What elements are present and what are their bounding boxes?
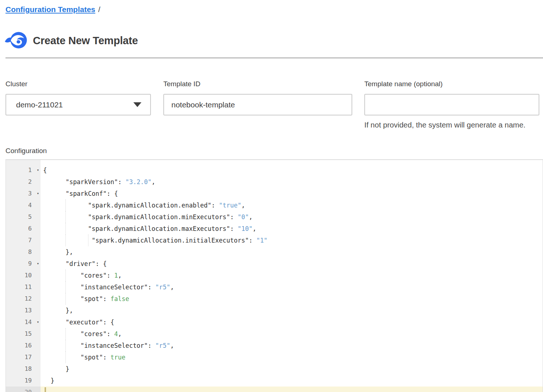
code-line-text: "cores": 4,	[41, 328, 543, 340]
create-template-page: Configuration Templates/ Create New Temp…	[0, 0, 543, 392]
chevron-down-icon	[133, 102, 141, 107]
code-line: 20	[6, 387, 543, 392]
code-line-text: }	[41, 363, 543, 375]
indent-guide	[88, 235, 88, 246]
template-id-label: Template ID	[163, 80, 200, 88]
indent-guide	[65, 223, 66, 235]
breadcrumb: Configuration Templates/	[5, 5, 100, 14]
code-line-text: "driver": {	[41, 258, 543, 270]
line-number: 1▾	[6, 164, 41, 176]
page-title: Create New Template	[33, 35, 138, 47]
code-line: 11 "instanceSelector": "r5",	[6, 281, 543, 293]
breadcrumb-separator: /	[98, 5, 100, 14]
fold-arrow-icon[interactable]: ▾	[37, 164, 39, 176]
code-line-text: "instanceSelector": "r5",	[41, 340, 543, 351]
code-line-text: {	[41, 164, 543, 176]
fold-arrow-icon[interactable]: ▾	[37, 188, 39, 199]
code-line: 19 }	[6, 375, 543, 387]
template-id-input[interactable]	[163, 94, 352, 115]
line-number: 2	[6, 176, 41, 188]
fold-arrow-icon[interactable]: ▾	[37, 258, 39, 270]
code-line-text: "instanceSelector": "r5",	[41, 281, 543, 293]
indent-guide	[65, 351, 66, 363]
template-name-helper-text: If not provided, the system will generat…	[364, 121, 525, 129]
code-line-text: "cores": 1,	[41, 270, 543, 281]
code-line-text: }	[41, 375, 543, 387]
cluster-label: Cluster	[5, 80, 27, 88]
configuration-label: Configuration	[5, 147, 47, 155]
cluster-select[interactable]: demo-211021	[5, 94, 151, 115]
header-divider	[5, 57, 543, 58]
line-number: 14▾	[6, 316, 41, 328]
code-line-text: },	[41, 246, 543, 258]
code-line: 9▾ "driver": {	[6, 258, 543, 270]
code-line: 16 "instanceSelector": "r5",	[6, 340, 543, 351]
code-line-text: "spark.dynamicAllocation.initialExecutor…	[41, 235, 543, 246]
template-name-input[interactable]	[364, 94, 539, 115]
code-line-text: "spark.dynamicAllocation.maxExecutors": …	[41, 223, 543, 235]
indent-guide	[65, 281, 66, 293]
line-number: 10	[6, 270, 41, 281]
code-line-text: "sparkConf": {	[41, 188, 543, 199]
template-name-label: Template name (optional)	[364, 80, 443, 88]
code-line-text: "spot": false	[41, 293, 543, 305]
code-line-text: "spark.dynamicAllocation.minExecutors": …	[41, 211, 543, 223]
code-line: 7 "spark.dynamicAllocation.initialExecut…	[6, 235, 543, 246]
code-line: 14▾ "executor": {	[6, 316, 543, 328]
indent-guide	[65, 270, 66, 281]
line-number: 19	[6, 375, 41, 387]
indent-guide	[65, 340, 66, 351]
line-number: 13	[6, 305, 41, 316]
code-line-text: "spark.dynamicAllocation.enabled": "true…	[41, 199, 543, 211]
indent-guide	[65, 328, 66, 340]
line-number: 6	[6, 223, 41, 235]
code-line-text: "sparkVersion": "3.2.0",	[41, 176, 543, 188]
line-number: 5	[6, 211, 41, 223]
line-number: 18	[6, 363, 41, 375]
line-number: 3▾	[6, 188, 41, 199]
code-line-text: },	[41, 305, 543, 316]
indent-guide	[65, 235, 66, 246]
indent-guide	[65, 211, 66, 223]
fold-arrow-icon[interactable]: ▾	[37, 316, 39, 328]
configuration-code-editor[interactable]: 1▾{2 "sparkVersion": "3.2.0",3▾ "sparkCo…	[5, 159, 543, 392]
line-number: 8	[6, 246, 41, 258]
code-line-text: "executor": {	[41, 316, 543, 328]
text-cursor	[45, 387, 46, 392]
cluster-selected-value: demo-211021	[16, 100, 133, 109]
line-number: 17	[6, 351, 41, 363]
brand-wave-logo-icon	[4, 30, 28, 52]
line-number: 16	[6, 340, 41, 351]
code-line: 2 "sparkVersion": "3.2.0",	[6, 176, 543, 188]
code-line: 18 }	[6, 363, 543, 375]
code-line: 13 },	[6, 305, 543, 316]
line-number: 7	[6, 235, 41, 246]
code-line: 3▾ "sparkConf": {	[6, 188, 543, 199]
line-number: 11	[6, 281, 41, 293]
line-number: 15	[6, 328, 41, 340]
code-line: 5 "spark.dynamicAllocation.minExecutors"…	[6, 211, 543, 223]
code-line-text	[41, 387, 543, 392]
code-line: 4 "spark.dynamicAllocation.enabled": "tr…	[6, 199, 543, 211]
line-number: 20	[6, 387, 41, 392]
code-line: 17 "spot": true	[6, 351, 543, 363]
line-number: 12	[6, 293, 41, 305]
code-line: 10 "cores": 1,	[6, 270, 543, 281]
code-line: 6 "spark.dynamicAllocation.maxExecutors"…	[6, 223, 543, 235]
code-line: 1▾{	[6, 164, 543, 176]
indent-guide	[65, 199, 66, 211]
indent-guide	[65, 293, 66, 305]
code-line: 8 },	[6, 246, 543, 258]
code-line: 12 "spot": false	[6, 293, 543, 305]
line-number: 4	[6, 199, 41, 211]
breadcrumb-link-configuration-templates[interactable]: Configuration Templates	[5, 5, 95, 14]
code-line-text: "spot": true	[41, 351, 543, 363]
line-number: 9▾	[6, 258, 41, 270]
code-line: 15 "cores": 4,	[6, 328, 543, 340]
